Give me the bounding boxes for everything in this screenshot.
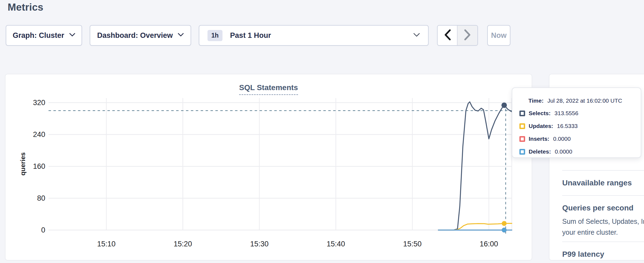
chart-tooltip: Time: Jul 28, 2022 at 16:02:00 UTC Selec…	[512, 87, 641, 158]
tooltip-series-value: 0.0000	[555, 148, 572, 155]
y-axis-label: queries	[19, 152, 26, 175]
tooltip-series-label: Deletes:	[529, 148, 551, 155]
svg-text:15:10: 15:10	[97, 240, 116, 248]
tooltip-series-value: 313.5556	[555, 110, 579, 117]
tooltip-series-label: Inserts:	[529, 136, 549, 142]
tooltip-time-label: Time:	[528, 97, 544, 104]
svg-text:320: 320	[33, 99, 45, 107]
svg-text:15:20: 15:20	[174, 240, 192, 248]
series-swatch-icon	[519, 111, 525, 116]
tooltip-series-row: Selects:313.5556	[519, 109, 578, 118]
chart-series	[438, 102, 512, 230]
series-swatch-icon	[519, 149, 525, 155]
svg-text:15:50: 15:50	[403, 240, 422, 248]
series-swatch-icon	[519, 123, 525, 129]
tooltip-time-row: Time: Jul 28, 2022 at 16:02:00 UTC	[528, 96, 622, 105]
svg-text:15:40: 15:40	[327, 240, 345, 248]
tooltip-series-label: Updates:	[529, 123, 553, 129]
tooltip-time-value: Jul 28, 2022 at 16:02:00 UTC	[547, 97, 622, 104]
chart-hover-dots	[501, 102, 507, 233]
chart-axis-labels: 08016024032015:1015:2015:3015:4015:5016:…	[19, 99, 498, 248]
tooltip-series-row: Inserts:0.0000	[519, 134, 571, 143]
chart-crosshair	[49, 104, 512, 234]
svg-text:80: 80	[37, 194, 45, 202]
tooltip-series-row: Updates:16.5333	[519, 121, 578, 131]
tooltip-series-row: Deletes:0.0000	[519, 147, 572, 156]
tooltip-series-label: Selects:	[529, 110, 551, 117]
chart-grid	[49, 98, 512, 230]
svg-text:0: 0	[41, 226, 45, 234]
tooltip-series-value: 16.5333	[557, 123, 578, 129]
svg-text:160: 160	[33, 162, 45, 170]
svg-text:240: 240	[33, 130, 45, 139]
hover-dot-updates	[502, 221, 507, 226]
series-line-updates	[438, 223, 512, 230]
hover-dot-deletes	[502, 228, 507, 233]
series-swatch-icon	[519, 136, 525, 142]
hover-dot-selects	[501, 102, 507, 108]
svg-text:16:00: 16:00	[480, 240, 498, 248]
tooltip-series-value: 0.0000	[553, 136, 571, 142]
svg-text:15:30: 15:30	[250, 240, 269, 248]
series-line-selects	[438, 102, 512, 230]
